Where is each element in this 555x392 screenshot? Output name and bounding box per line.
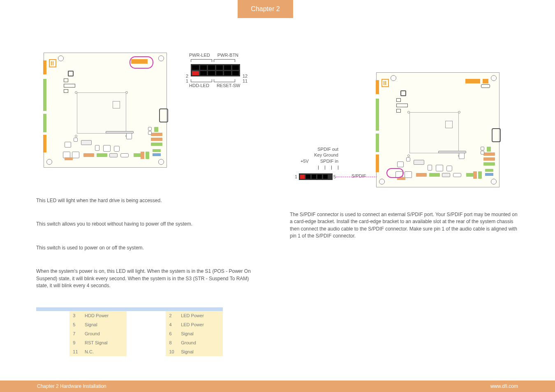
right-column: SPDIF out Key Ground +5V SPDIF in (290, 53, 519, 367)
label-spdif-out: SPDIF out (281, 146, 338, 152)
label-pwr-led: PWR-LED (189, 53, 210, 58)
cell-a1-4: N.C. (81, 347, 127, 356)
cell-a1-3: RST Signal (81, 338, 127, 347)
cell-n2-1: 4 (166, 320, 178, 329)
pin-num-1: 1 (186, 78, 188, 83)
label-spdif-in: SPDIF in (320, 159, 338, 164)
pin1-label: 1 (295, 174, 297, 179)
cell-n2-4: 10 (166, 347, 178, 356)
cell-n2-3: 8 (166, 338, 178, 347)
spdif-connector-label: S/PDIF (352, 173, 366, 178)
pin-num-12: 12 (243, 74, 247, 78)
power-desc: This switch is used to power on or off t… (36, 244, 253, 251)
cell-a1-0: HDD Power (81, 311, 127, 320)
cell-a2-2: Signal (178, 329, 223, 338)
motherboard-diagram-left (44, 53, 167, 168)
spdif-pin-labels: SPDIF out Key Ground +5V SPDIF in (281, 146, 338, 171)
label-key: Key (314, 152, 322, 157)
footer-right: www.dfi.com (490, 383, 518, 389)
content-area: PWR-LED PWR-BTN 2 1 12 11 (36, 53, 519, 367)
cell-n1-4: 11 (69, 347, 81, 356)
cell-n1-3: 9 (69, 338, 81, 347)
hdd-led-desc: This LED will light when the hard drive … (36, 197, 253, 204)
cell-n1-2: 7 (69, 329, 81, 338)
cell-a2-3: Ground (178, 338, 223, 347)
front-panel-pin-legend: PWR-LED PWR-BTN 2 1 12 11 (189, 53, 271, 88)
cell-a2-4: Signal (178, 347, 223, 356)
label-pwr-btn: PWR-BTN (217, 53, 238, 58)
pin5-label: 5 (333, 174, 336, 179)
cell-a1-2: Ground (81, 329, 127, 338)
cell-n2-2: 6 (166, 329, 178, 338)
pin-num-11: 11 (243, 78, 247, 83)
left-column: PWR-LED PWR-BTN 2 1 12 11 (36, 53, 265, 367)
cell-n1-0: 3 (69, 311, 81, 320)
label-reset-sw: RESET-SW (217, 83, 240, 88)
cell-n1-1: 5 (69, 320, 81, 329)
left-descriptions: This LED will light when the hard drive … (36, 197, 253, 306)
cell-a1-1: Signal (81, 320, 127, 329)
reset-desc: This switch allows you to reboot without… (36, 221, 253, 228)
page-footer: Chapter 2 Hardware Installation www.dfi.… (0, 380, 555, 392)
label-5v: +5V (301, 159, 309, 164)
label-ground: Ground (323, 152, 338, 157)
cell-a2-1: LED Power (178, 320, 223, 329)
pin-assignment-table: 3 HDD Power 2 LED Power 5 Signal 4 LED P… (36, 307, 223, 356)
cell-a2-0: LED Power (178, 311, 223, 320)
label-hdd-led: HDD-LED (189, 83, 209, 88)
spdif-description: The S/PDIF connector is used to connect … (290, 211, 519, 240)
pwr-led-desc: When the system's power is on, this LED … (36, 268, 253, 289)
footer-left: Chapter 2 Hardware Installation (37, 383, 106, 389)
cell-n2-0: 2 (166, 311, 178, 320)
pin-num-2: 2 (186, 74, 188, 78)
spdif-header-icon (299, 173, 333, 180)
motherboard-diagram-right (376, 72, 500, 187)
chapter-tab: Chapter 2 (238, 0, 293, 18)
front-panel-header-icon (191, 64, 240, 76)
